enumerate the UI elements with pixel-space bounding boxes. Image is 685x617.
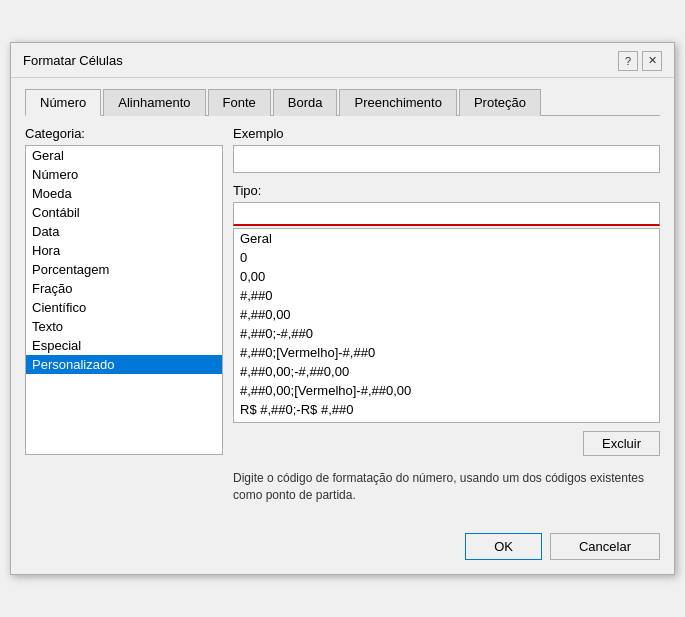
title-bar-buttons: ? ✕	[618, 51, 662, 71]
format-item[interactable]: #,##0,00	[234, 305, 659, 324]
category-item-personalizado[interactable]: Personalizado	[26, 355, 222, 374]
exemplo-box	[233, 145, 660, 173]
format-item[interactable]: #,##0;-#,##0	[234, 324, 659, 343]
format-item[interactable]: R$ #,##0;-R$ #,##0	[234, 400, 659, 419]
category-item-fração[interactable]: Fração	[26, 279, 222, 298]
category-item-geral[interactable]: Geral	[26, 146, 222, 165]
format-list-container[interactable]: Geral00,00#,##0#,##0,00#,##0;-#,##0#,##0…	[233, 228, 660, 423]
format-item[interactable]: #,##0,00;[Vermelho]-#,##0,00	[234, 381, 659, 400]
tab-proteção[interactable]: Proteção	[459, 89, 541, 116]
category-item-número[interactable]: Número	[26, 165, 222, 184]
format-item[interactable]: 0	[234, 248, 659, 267]
dialog-title: Formatar Células	[23, 53, 123, 68]
category-item-contábil[interactable]: Contábil	[26, 203, 222, 222]
hint-text: Digite o código de formatação do número,…	[233, 470, 660, 504]
tab-preenchimento[interactable]: Preenchimento	[339, 89, 456, 116]
category-item-científico[interactable]: Científico	[26, 298, 222, 317]
help-button[interactable]: ?	[618, 51, 638, 71]
tab-fonte[interactable]: Fonte	[208, 89, 271, 116]
category-item-hora[interactable]: Hora	[26, 241, 222, 260]
tipo-input[interactable]	[233, 202, 660, 226]
left-panel: Categoria: GeralNúmeroMoedaContábilDataH…	[25, 126, 223, 504]
format-item[interactable]: Geral	[234, 229, 659, 248]
format-item[interactable]: R$ #,##0;[Vermelho]-R$ #,##0	[234, 419, 659, 423]
format-item[interactable]: #,##0	[234, 286, 659, 305]
category-item-porcentagem[interactable]: Porcentagem	[26, 260, 222, 279]
tabs-bar: NúmeroAlinhamentoFonteBordaPreenchimento…	[25, 88, 660, 116]
format-item[interactable]: 0,00	[234, 267, 659, 286]
category-list[interactable]: GeralNúmeroMoedaContábilDataHoraPorcenta…	[25, 145, 223, 455]
excluir-button[interactable]: Excluir	[583, 431, 660, 456]
category-label: Categoria:	[25, 126, 223, 141]
tab-borda[interactable]: Borda	[273, 89, 338, 116]
tipo-label: Tipo:	[233, 183, 660, 198]
category-item-data[interactable]: Data	[26, 222, 222, 241]
exemplo-label: Exemplo	[233, 126, 660, 141]
format-cells-dialog: Formatar Células ? ✕ NúmeroAlinhamentoFo…	[10, 42, 675, 576]
bottom-buttons: OK Cancelar	[25, 523, 660, 560]
cancel-button[interactable]: Cancelar	[550, 533, 660, 560]
main-area: Categoria: GeralNúmeroMoedaContábilDataH…	[25, 126, 660, 504]
format-list: Geral00,00#,##0#,##0,00#,##0;-#,##0#,##0…	[234, 229, 659, 423]
close-button[interactable]: ✕	[642, 51, 662, 71]
category-item-moeda[interactable]: Moeda	[26, 184, 222, 203]
tab-número[interactable]: Número	[25, 89, 101, 116]
title-bar: Formatar Células ? ✕	[11, 43, 674, 78]
category-item-texto[interactable]: Texto	[26, 317, 222, 336]
right-panel: Exemplo Tipo: Geral00,00#,##0#,##0,00#,#…	[233, 126, 660, 504]
category-item-especial[interactable]: Especial	[26, 336, 222, 355]
format-item[interactable]: #,##0;[Vermelho]-#,##0	[234, 343, 659, 362]
ok-button[interactable]: OK	[465, 533, 542, 560]
tab-alinhamento[interactable]: Alinhamento	[103, 89, 205, 116]
format-item[interactable]: #,##0,00;-#,##0,00	[234, 362, 659, 381]
dialog-content: NúmeroAlinhamentoFonteBordaPreenchimento…	[11, 78, 674, 575]
excluir-row: Excluir	[233, 431, 660, 456]
